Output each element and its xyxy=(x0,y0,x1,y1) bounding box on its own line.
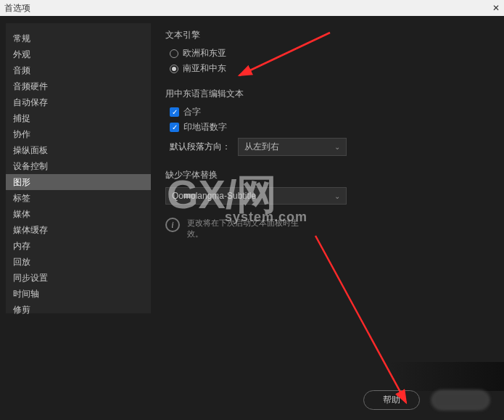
window-titlebar: 首选项 ✕ xyxy=(0,0,504,16)
sidebar-item-label: 自动保存 xyxy=(13,97,48,107)
sidebar-item-control-surface[interactable]: 操纵面板 xyxy=(6,142,151,158)
sidebar-item-label: 常规 xyxy=(13,33,30,44)
select-value: Qomolangma-Subtitle xyxy=(172,191,256,201)
sidebar-item-media[interactable]: 媒体 xyxy=(6,206,151,222)
sidebar-item-label: 标签 xyxy=(13,193,30,203)
sidebar-item-device-control[interactable]: 设备控制 xyxy=(6,158,151,174)
sidebar-item-label: 图形 xyxy=(13,177,30,187)
preferences-panel: 常规 外观 音频 音频硬件 自动保存 捕捉 协作 操纵面板 设备控制 图形 标签… xyxy=(0,16,504,420)
checkbox-hindi-digits[interactable]: ✓ 印地语数字 xyxy=(170,121,489,133)
dialog-footer: 帮助 xyxy=(363,390,489,410)
sidebar-item-label: 捕捉 xyxy=(13,113,30,123)
sidebar-item-trim[interactable]: 修剪 xyxy=(6,302,151,318)
font-fallback-section: 缺少字体替换 Qomolangma-Subtitle ⌄ xyxy=(165,169,489,205)
sidebar-item-label: 内存 xyxy=(13,241,30,251)
sidebar-item-memory[interactable]: 内存 xyxy=(6,238,151,254)
checkbox-label: 合字 xyxy=(183,106,201,118)
sidebar-item-label: 回放 xyxy=(13,257,30,267)
chevron-down-icon: ⌄ xyxy=(334,192,340,200)
decorative-shadow xyxy=(388,362,504,391)
sidebar-item-appearance[interactable]: 外观 xyxy=(6,46,151,62)
sidebar-item-label: 同步设置 xyxy=(13,273,48,283)
sidebar-item-label: 设备控制 xyxy=(13,161,48,171)
sidebar-item-label: 操纵面板 xyxy=(13,145,48,155)
sidebar-item-sync-settings[interactable]: 同步设置 xyxy=(6,270,151,286)
text-engine-section: 文本引擎 欧洲和东亚 南亚和中东 xyxy=(165,29,489,75)
sidebar-item-label: 外观 xyxy=(13,49,30,59)
help-button[interactable]: 帮助 xyxy=(363,390,420,410)
sidebar-item-labels[interactable]: 标签 xyxy=(6,190,151,206)
ok-button[interactable] xyxy=(431,390,489,410)
checkbox-ligature[interactable]: ✓ 合字 xyxy=(170,106,489,118)
window-title: 首选项 xyxy=(4,2,30,15)
checkbox-label: 印地语数字 xyxy=(183,121,227,133)
info-text: 更改将在下次启动文本面板时生 效。 xyxy=(187,218,299,239)
radio-icon xyxy=(170,65,178,73)
settings-content: 文本引擎 欧洲和东亚 南亚和中东 用中东语言编辑文本 ✓ 合字 ✓ 印地语数字 … xyxy=(151,16,504,420)
sidebar-item-media-cache[interactable]: 媒体缓存 xyxy=(6,222,151,238)
sidebar-item-collaboration[interactable]: 协作 xyxy=(6,126,151,142)
info-icon: i xyxy=(165,218,180,232)
paragraph-direction-row: 默认段落方向： 从左到右 ⌄ xyxy=(170,138,489,156)
sidebar-item-capture[interactable]: 捕捉 xyxy=(6,110,151,126)
radio-label: 南亚和中东 xyxy=(183,62,226,75)
font-fallback-title: 缺少字体替换 xyxy=(165,169,489,181)
info-line: 效。 xyxy=(187,229,203,238)
info-message: i 更改将在下次启动文本面板时生 效。 xyxy=(165,218,489,239)
sidebar-item-playback[interactable]: 回放 xyxy=(6,254,151,270)
sidebar-item-timeline[interactable]: 时间轴 xyxy=(6,286,151,302)
categories-sidebar: 常规 外观 音频 音频硬件 自动保存 捕捉 协作 操纵面板 设备控制 图形 标签… xyxy=(6,23,151,313)
sidebar-item-label: 媒体 xyxy=(13,209,30,219)
sidebar-item-label: 协作 xyxy=(13,129,30,139)
me-editing-section: 用中东语言编辑文本 ✓ 合字 ✓ 印地语数字 默认段落方向： 从左到右 ⌄ xyxy=(165,88,489,156)
paragraph-direction-select[interactable]: 从左到右 ⌄ xyxy=(238,138,347,156)
radio-label: 欧洲和东亚 xyxy=(183,47,226,59)
sidebar-item-label: 修剪 xyxy=(13,305,30,315)
sidebar-item-audio[interactable]: 音频 xyxy=(6,62,151,78)
sidebar-item-label: 音频 xyxy=(13,65,30,75)
select-value: 从左到右 xyxy=(244,141,279,153)
sidebar-item-label: 媒体缓存 xyxy=(13,225,48,235)
me-editing-title: 用中东语言编辑文本 xyxy=(165,88,489,100)
paragraph-direction-label: 默认段落方向： xyxy=(170,141,231,153)
chevron-down-icon: ⌄ xyxy=(334,143,340,151)
sidebar-item-graphics[interactable]: 图形 xyxy=(6,174,151,190)
sidebar-item-general[interactable]: 常规 xyxy=(6,30,151,46)
radio-southasia-middleeast[interactable]: 南亚和中东 xyxy=(170,62,489,75)
info-line: 更改将在下次启动文本面板时生 xyxy=(187,218,299,227)
radio-icon xyxy=(170,49,178,58)
sidebar-item-autosave[interactable]: 自动保存 xyxy=(6,94,151,110)
font-fallback-select[interactable]: Qomolangma-Subtitle ⌄ xyxy=(165,187,347,205)
text-engine-title: 文本引擎 xyxy=(165,29,489,41)
sidebar-item-audio-hardware[interactable]: 音频硬件 xyxy=(6,78,151,94)
radio-europe-eastasia[interactable]: 欧洲和东亚 xyxy=(170,47,489,59)
checkbox-icon: ✓ xyxy=(170,107,179,117)
sidebar-item-label: 音频硬件 xyxy=(13,81,48,91)
close-icon[interactable]: ✕ xyxy=(492,3,500,13)
sidebar-item-label: 时间轴 xyxy=(13,289,39,299)
checkbox-icon: ✓ xyxy=(170,123,179,132)
